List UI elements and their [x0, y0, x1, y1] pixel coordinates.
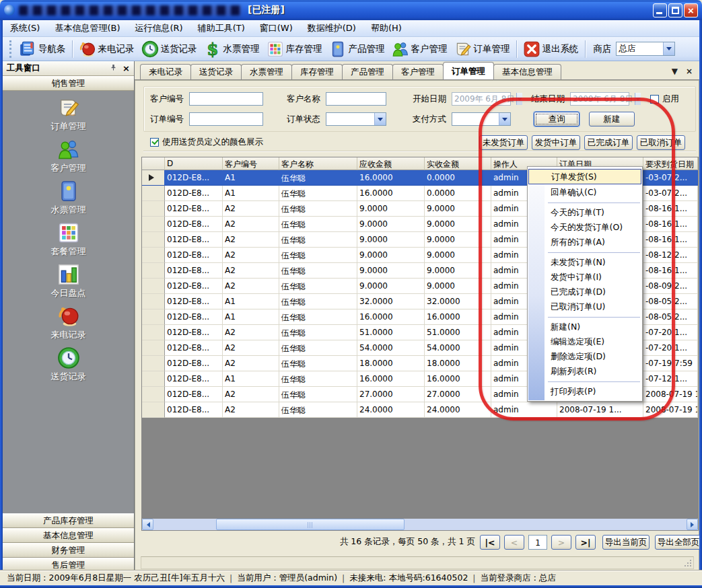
toolbar-button-water-ticket[interactable]: $水票管理	[201, 39, 263, 59]
menu-item[interactable]: 数据维护(D)	[300, 20, 363, 36]
sidebar-close-icon[interactable]: ×	[122, 63, 130, 73]
filter-button-3[interactable]: 已完成订单	[584, 135, 633, 150]
tab-6[interactable]: 客户管理	[392, 64, 444, 79]
pay-method-select[interactable]	[452, 112, 511, 126]
grid-cell: -08-16 1...	[643, 232, 698, 248]
tab-close-icon[interactable]: ×	[686, 67, 693, 76]
grid-header-cell[interactable]: D	[165, 157, 223, 170]
grid-header-cell[interactable]: 应收金额	[357, 157, 425, 170]
context-menu-item[interactable]: 删除选定项(D)	[528, 349, 642, 364]
sidebar-group-sales[interactable]: 销售管理	[3, 76, 134, 91]
toolbar-button-exit-system[interactable]: 退出系统	[520, 39, 582, 59]
order-scroll-icon	[454, 40, 472, 58]
tab-1[interactable]: 来电记录	[140, 64, 191, 79]
shop-select[interactable]: 总店	[616, 42, 675, 56]
toolbar-button-customer[interactable]: 客户管理	[388, 39, 451, 59]
filter-button-2[interactable]: 发货中订单	[532, 135, 580, 150]
menu-item[interactable]: 窗口(W)	[252, 20, 300, 36]
context-menu-item[interactable]: 刷新列表(R)	[528, 364, 642, 379]
prev-page-button[interactable]: <	[504, 535, 524, 550]
toolbar-button-order[interactable]: 订单管理	[451, 39, 514, 59]
tab-3[interactable]: 水票管理	[241, 64, 292, 79]
toolbar-button-inventory[interactable]: 库存管理	[263, 39, 326, 59]
sidebar-item-customer-mgmt[interactable]: 客户管理	[28, 138, 109, 180]
sidebar-item-order-mgmt[interactable]: 订单管理	[28, 96, 109, 138]
context-menu-item[interactable]: 已取消订单(U)	[528, 299, 642, 314]
sidebar-section-header[interactable]: 基本信息管理	[3, 528, 134, 543]
query-button[interactable]: 查询	[534, 112, 580, 126]
restore-button[interactable]	[668, 3, 682, 17]
enable-checkbox[interactable]: 启用	[650, 94, 679, 105]
sidebar-item-delivery-records[interactable]: 送货记录	[28, 346, 109, 388]
customer-name-input[interactable]	[326, 92, 386, 106]
context-menu-item[interactable]: 新建(N)	[528, 320, 642, 334]
next-page-button[interactable]: >	[551, 535, 571, 550]
order-status-select[interactable]	[326, 112, 386, 126]
context-menu-item[interactable]: 编辑选定项(E)	[528, 334, 642, 349]
row-marker-cell	[142, 387, 165, 402]
grid-header-cell[interactable]: 实收金额	[425, 157, 491, 170]
customer-no-input[interactable]	[189, 92, 263, 106]
pin-icon[interactable]	[110, 63, 117, 73]
sidebar-item-water-ticket-mgmt[interactable]: 水票管理	[28, 180, 109, 221]
order-no-input[interactable]	[189, 112, 263, 126]
tab-2[interactable]: 送货记录	[190, 64, 242, 79]
menu-item[interactable]: 基本信息管理(B)	[47, 20, 127, 36]
scroll-right-icon[interactable]	[687, 519, 698, 530]
sidebar-section-header[interactable]: 产品库存管理	[3, 513, 134, 528]
first-page-button[interactable]: |<	[480, 535, 500, 550]
scrollbar-track[interactable]	[153, 519, 687, 530]
tab-5[interactable]: 产品管理	[342, 64, 393, 79]
last-page-button[interactable]: >|	[575, 535, 596, 550]
grid-row[interactable]: 012D-E8...A2伍华聪24.000024.0000admin2008-0…	[142, 402, 698, 418]
new-button[interactable]: 新建	[589, 112, 635, 126]
grid-cell: -08-16 1...	[643, 217, 698, 232]
menu-item[interactable]: 帮助(H)	[363, 20, 409, 36]
filter-button-1[interactable]: 未发货订单	[479, 135, 528, 150]
grid-header-cell[interactable]: 要求到货日期	[643, 157, 698, 170]
toolbar-button-call-records[interactable]: 来电记录	[75, 39, 138, 59]
minimize-button[interactable]	[653, 3, 667, 17]
grid-header-cell[interactable]	[142, 157, 165, 170]
context-menu-item[interactable]: 回单确认(C)	[528, 185, 642, 200]
start-date-picker[interactable]: 2009年 6月 8日	[452, 92, 511, 106]
toolbar-button-nav-strip[interactable]: 导航条	[15, 39, 69, 59]
grid-cell: 16.0000	[357, 309, 425, 325]
context-menu-item[interactable]: 已完成订单(D)	[528, 285, 642, 299]
tab-list-chevron-down-icon[interactable]: ▼	[672, 67, 678, 76]
tab-8[interactable]: 基本信息管理	[493, 64, 561, 79]
filter-button-4[interactable]: 已取消订单	[637, 135, 685, 150]
tab-4[interactable]: 库存管理	[291, 64, 343, 79]
context-menu-item[interactable]: 今天的订单(T)	[528, 205, 642, 220]
context-menu-item[interactable]: 所有的订单(A)	[528, 235, 642, 250]
export-all-pages-button[interactable]: 导出全部页	[655, 535, 702, 550]
page-number-input[interactable]: 1	[528, 535, 547, 550]
toolbar-button-product[interactable]: 产品管理	[326, 39, 388, 59]
delivery-color-checkbox[interactable]: 使用送货员定义的颜色展示	[150, 137, 263, 148]
alarm-bell-icon	[79, 40, 96, 58]
menu-item[interactable]: 运行信息(R)	[127, 20, 190, 36]
scroll-left-icon[interactable]	[142, 519, 153, 530]
context-menu-item[interactable]: 打印列表(P)	[528, 384, 642, 399]
menu-item[interactable]: 辅助工具(T)	[190, 20, 252, 36]
context-menu-item[interactable]: 订单发货(S)	[528, 169, 641, 184]
context-menu-item[interactable]: 未发货订单(N)	[528, 255, 642, 270]
sidebar-item-package-mgmt[interactable]: 套餐管理	[28, 221, 109, 263]
sidebar-item-label: 订单管理	[51, 120, 86, 133]
sidebar-item-call-records[interactable]: 来电记录	[28, 305, 109, 346]
grid-header-cell[interactable]: 客户名称	[279, 157, 357, 170]
scrollbar-thumb[interactable]	[216, 519, 405, 530]
menu-item[interactable]: 系统(S)	[3, 20, 47, 36]
context-menu-item[interactable]: 发货中订单(I)	[528, 270, 642, 285]
tab-7[interactable]: 订单管理	[443, 62, 494, 79]
horizontal-scrollbar[interactable]	[142, 519, 698, 530]
sidebar-item-today-stocktake[interactable]: 今日盘点	[28, 263, 109, 305]
grid-header-cell[interactable]: 客户编号	[223, 157, 279, 170]
sidebar-section-header[interactable]: 财务管理	[3, 543, 134, 558]
toolbar-button-delivery-records[interactable]: 送货记录	[138, 39, 201, 59]
grid-cell: 012D-E8...	[165, 201, 223, 217]
end-date-picker[interactable]: 2009年 6月 8日	[570, 92, 629, 106]
context-menu-item[interactable]: 今天的发货订单(O)	[528, 220, 642, 235]
export-current-page-button[interactable]: 导出当前页	[602, 535, 650, 550]
close-button[interactable]: ×	[684, 3, 698, 17]
